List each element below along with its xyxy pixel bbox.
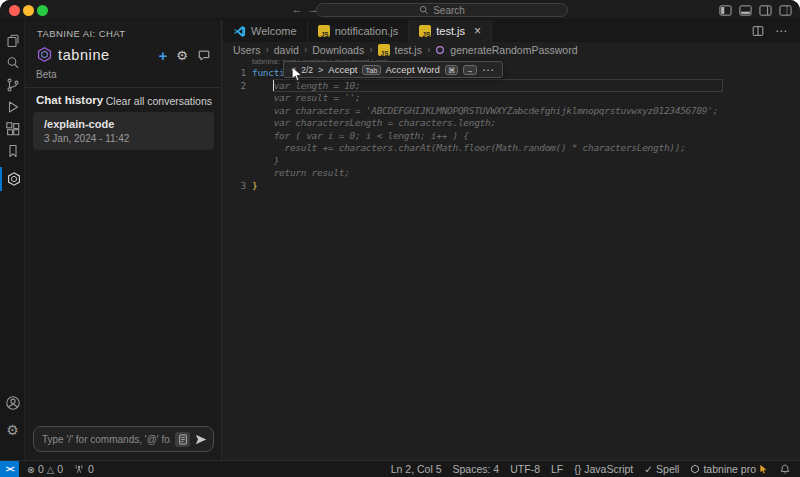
source-control-icon	[5, 77, 21, 93]
sidebar-item-tabnine[interactable]	[0, 167, 25, 191]
chat-history-header: Chat history	[36, 94, 103, 106]
arrow-keycap: →	[463, 65, 477, 75]
tab-test-js[interactable]: JS test.js ×	[409, 20, 492, 42]
panel-title: TABNINE AI: CHAT	[37, 28, 125, 39]
radio-tower-icon	[73, 463, 85, 475]
cursor-position-indicator[interactable]: Ln 2, Col 5	[391, 463, 442, 475]
ghost-suggestion-line: var result = '';	[252, 92, 360, 103]
account-button[interactable]	[0, 391, 25, 415]
chat-settings-button[interactable]: ⚙	[176, 49, 188, 62]
toggle-secondary-sidebar-icon[interactable]	[759, 4, 772, 17]
feedback-chat-icon[interactable]	[197, 49, 211, 62]
symbol-method-icon	[435, 45, 445, 55]
sidebar-item-run-debug[interactable]	[0, 95, 25, 119]
suggestion-more-actions-icon[interactable]: ⋯	[482, 63, 495, 77]
code-editor[interactable]: tabnine: test | explain | document | ask…	[223, 57, 800, 460]
new-chat-button[interactable]: +	[159, 48, 168, 63]
settings-button[interactable]: ⚙	[0, 418, 25, 442]
ghost-suggestion-line: }	[252, 155, 279, 166]
warning-icon: △	[47, 464, 54, 475]
notifications-bell-icon[interactable]	[779, 463, 791, 476]
tabnine-logo-icon	[36, 46, 53, 63]
tabnine-pro-indicator[interactable]: tabnine pro	[690, 463, 768, 475]
chat-message-input[interactable]	[42, 434, 171, 445]
sidebar-item-explorer[interactable]	[0, 29, 25, 53]
problems-indicator[interactable]: ⊗ 0 △ 0	[27, 463, 63, 475]
accept-button[interactable]: Accept	[328, 64, 357, 75]
tab-label: test.js	[436, 25, 465, 37]
tabnine-icon	[6, 171, 22, 187]
gear-icon: ⚙	[6, 423, 19, 437]
brand-name: tabnine	[58, 47, 110, 63]
sidebar-item-bookmarks[interactable]	[0, 139, 25, 163]
spell-checker-indicator[interactable]: ✓ Spell	[644, 463, 679, 475]
conversation-list-item[interactable]: /explain-code 3 Jan, 2024 - 11:42	[33, 112, 214, 150]
send-icon[interactable]	[194, 433, 208, 446]
tab-bar: Welcome JS notification.js JS test.js × …	[223, 20, 800, 42]
breadcrumb-item[interactable]: generateRandomPassword	[450, 44, 577, 56]
encoding-indicator[interactable]: UTF-8	[510, 463, 540, 475]
inline-suggestion-toolbar: < 2/2 > Accept Tab Accept Word ⌘ → ⋯	[283, 61, 503, 78]
sidebar-item-source-control[interactable]	[0, 73, 25, 97]
bookmark-icon	[5, 143, 21, 159]
tab-label: Welcome	[251, 25, 297, 37]
activity-bar: ⚙	[0, 20, 25, 460]
titlebar: ← → Search	[0, 0, 800, 20]
ports-indicator[interactable]: 0	[73, 463, 94, 475]
extensions-icon	[5, 121, 21, 137]
next-suggestion-button[interactable]: >	[318, 65, 323, 75]
minimize-window-button[interactable]	[23, 5, 34, 16]
command-center-search[interactable]: Search	[316, 3, 568, 17]
error-count: 0	[38, 463, 44, 475]
line-number: 1	[228, 67, 246, 78]
breadcrumb-item[interactable]: Users	[233, 44, 260, 56]
line-number: 2	[228, 80, 246, 91]
toggle-primary-sidebar-icon[interactable]	[719, 4, 732, 17]
error-icon: ⊗	[27, 464, 35, 475]
chevron-right-icon: ›	[304, 44, 307, 55]
search-placeholder: Search	[433, 5, 465, 16]
chevron-right-icon: ›	[265, 44, 268, 55]
search-icon	[5, 55, 21, 71]
breadcrumb-item[interactable]: Downloads	[312, 44, 364, 56]
eol-indicator[interactable]: LF	[551, 463, 563, 475]
clear-all-conversations-link[interactable]: Clear all conversations	[106, 95, 212, 107]
attach-file-button[interactable]	[175, 432, 190, 447]
files-icon	[5, 33, 21, 49]
accept-word-button[interactable]: Accept Word	[386, 64, 440, 75]
language-mode-indicator[interactable]: {} JavaScript	[574, 463, 633, 475]
cmd-keycap: ⌘	[445, 65, 459, 75]
navigate-back-button[interactable]: ←	[290, 3, 304, 15]
chevron-right-icon: ›	[427, 44, 430, 55]
vscode-logo-icon	[233, 25, 246, 38]
split-editor-icon[interactable]	[751, 24, 765, 38]
run-debug-icon	[5, 99, 21, 115]
tab-label: notification.js	[335, 25, 399, 37]
chevron-right-icon: ›	[369, 44, 372, 55]
tab-keycap: Tab	[362, 65, 380, 75]
javascript-file-icon: JS	[419, 25, 431, 37]
tab-welcome[interactable]: Welcome	[223, 20, 308, 42]
customize-layout-icon[interactable]	[779, 4, 792, 17]
conversation-title: /explain-code	[44, 118, 114, 130]
sidebar-item-search[interactable]	[0, 51, 25, 75]
sidebar-item-extensions[interactable]	[0, 117, 25, 141]
ghost-suggestion-line: for ( var i = 0; i < length; i++ ) {	[252, 130, 469, 141]
status-bar: >< ⊗ 0 △ 0 0 Ln 2, Col 5 Spaces: 4 UTF-8…	[0, 460, 800, 477]
close-window-button[interactable]	[9, 5, 20, 16]
breadcrumb-item[interactable]: david	[274, 44, 299, 56]
document-icon	[178, 434, 188, 445]
close-tab-icon[interactable]: ×	[474, 24, 481, 38]
zoom-window-button[interactable]	[37, 5, 48, 16]
warning-count: 0	[57, 463, 63, 475]
tabnine-chat-panel: TABNINE AI: CHAT tabnine + ⚙ Beta Chat h…	[25, 20, 222, 460]
toggle-panel-icon[interactable]	[739, 4, 752, 17]
line-number: 3	[228, 180, 246, 191]
breadcrumb-item[interactable]: test.js	[395, 44, 422, 56]
more-actions-icon[interactable]: ⋯	[775, 24, 788, 38]
hexagon-icon	[690, 464, 700, 474]
beta-badge: Beta	[36, 69, 57, 80]
tab-notification-js[interactable]: JS notification.js	[308, 20, 410, 42]
remote-indicator[interactable]: ><	[0, 461, 19, 477]
indentation-indicator[interactable]: Spaces: 4	[453, 463, 500, 475]
